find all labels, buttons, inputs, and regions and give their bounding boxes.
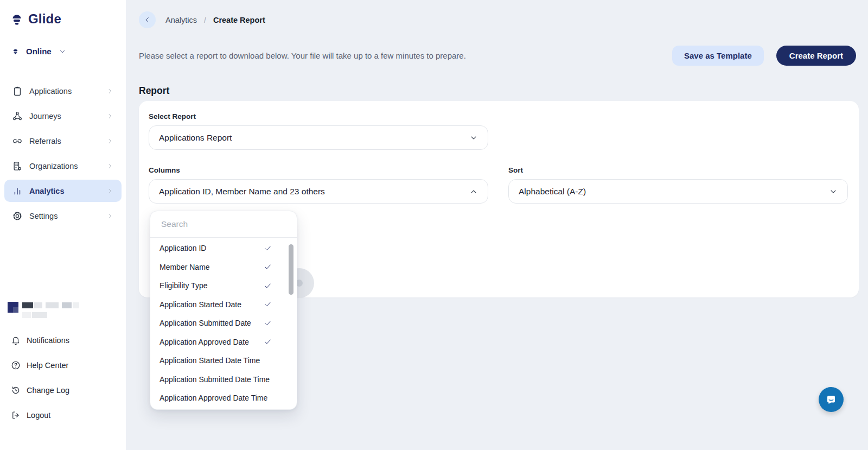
select-report-dropdown[interactable]: Applications Report [149, 125, 488, 150]
sidebar-item-referrals[interactable]: Referrals [4, 130, 122, 152]
sidebar-item-label: Settings [29, 212, 106, 220]
breadcrumb: Analytics / Create Report [139, 11, 265, 28]
glide-bulb-small-icon [12, 48, 19, 55]
sidebar-item-settings[interactable]: Settings [4, 205, 122, 227]
select-report-value: Applications Report [159, 133, 232, 143]
history-icon [11, 385, 21, 395]
footer-item-label: Help Center [27, 361, 68, 370]
breadcrumb-analytics-link[interactable]: Analytics [165, 16, 197, 24]
notifications-button[interactable]: Notifications [11, 334, 119, 347]
sort-value: Alphabetical (A-Z) [519, 187, 586, 197]
search-input[interactable] [161, 219, 286, 229]
create-report-button[interactable]: Create Report [776, 46, 856, 66]
option-eligibility-type[interactable]: Eligibility Type [150, 276, 297, 295]
option-label: Application Started Date Time [159, 356, 260, 365]
option-label: Application ID [159, 244, 206, 252]
sidebar-item-journeys[interactable]: Journeys [4, 105, 122, 127]
columns-dropdown-panel: Application ID Member Name Eligibility T… [150, 211, 297, 410]
glide-logo[interactable]: Glide [10, 11, 61, 27]
page-title: Create Report [213, 16, 265, 24]
option-label: Application Submitted Date Time [159, 375, 270, 384]
main-content: Analytics / Create Report Please select … [126, 0, 868, 450]
sidebar-footer: Notifications Help Center Change Log Log… [11, 334, 119, 434]
help-center-button[interactable]: Help Center [11, 359, 119, 372]
sidebar: Glide Online Applications Journeys Refer… [0, 0, 126, 450]
change-log-button[interactable]: Change Log [11, 384, 119, 397]
option-application-started-date-time[interactable]: Application Started Date Time [150, 351, 297, 370]
option-application-submitted-date[interactable]: Application Submitted Date [150, 314, 297, 333]
chevron-right-icon [106, 212, 114, 220]
footer-item-label: Change Log [27, 386, 69, 395]
bell-icon [11, 335, 21, 345]
logout-icon [11, 410, 21, 420]
dropdown-scrollbar[interactable] [289, 244, 293, 295]
environment-switcher[interactable]: Online [12, 47, 66, 56]
sort-label: Sort [508, 166, 848, 174]
avatar [8, 302, 18, 313]
option-label: Application Submitted Date [159, 319, 251, 327]
user-account-redacted[interactable] [8, 302, 116, 320]
question-circle-icon [11, 360, 21, 370]
chevron-right-icon [106, 87, 114, 95]
check-icon [264, 282, 272, 290]
back-button[interactable] [139, 11, 156, 28]
chevron-right-icon [106, 162, 114, 170]
option-label: Application Approved Date [159, 338, 249, 346]
environment-label: Online [26, 47, 52, 56]
sidebar-item-organizations[interactable]: Organizations [4, 155, 122, 177]
chevron-down-icon [469, 134, 478, 142]
sort-dropdown[interactable]: Alphabetical (A-Z) [508, 179, 848, 204]
link-icon [12, 136, 23, 147]
option-label: Eligibility Type [159, 281, 207, 290]
option-application-approved-date[interactable]: Application Approved Date [150, 333, 297, 352]
columns-value: Application ID, Member Name and 23 other… [159, 187, 325, 197]
chevron-right-icon [106, 112, 114, 120]
page-description: Please select a report to download below… [139, 51, 466, 60]
chevron-right-icon [106, 187, 114, 195]
columns-label: Columns [149, 166, 488, 174]
dropdown-options-list: Application ID Member Name Eligibility T… [150, 238, 297, 408]
sidebar-nav: Applications Journeys Referrals Organiza… [4, 80, 122, 230]
bar-chart-icon [12, 186, 23, 197]
clipboard-icon [12, 86, 23, 97]
chevron-left-icon [143, 16, 151, 24]
dropdown-search [150, 211, 297, 238]
option-application-submitted-date-time[interactable]: Application Submitted Date Time [150, 370, 297, 389]
chevron-down-icon [829, 187, 838, 196]
check-icon [264, 263, 272, 271]
sidebar-item-label: Analytics [29, 187, 106, 195]
footer-item-label: Logout [27, 411, 50, 420]
option-application-id[interactable]: Application ID [150, 239, 297, 258]
header-actions: Save as Template Create Report [672, 46, 856, 66]
option-label: Application Started Date [159, 300, 241, 309]
glide-bulb-icon [10, 12, 24, 26]
columns-dropdown-trigger[interactable]: Application ID, Member Name and 23 other… [149, 179, 488, 204]
sidebar-item-analytics[interactable]: Analytics [4, 180, 122, 202]
check-icon [264, 338, 272, 346]
option-member-name[interactable]: Member Name [150, 258, 297, 277]
check-icon [264, 244, 272, 252]
option-application-approved-date-time[interactable]: Application Approved Date Time [150, 389, 297, 408]
footer-item-label: Notifications [27, 336, 69, 345]
chat-launcher-button[interactable] [819, 387, 844, 412]
journey-nodes-icon [12, 111, 23, 122]
breadcrumb-separator: / [204, 16, 206, 24]
option-label: Member Name [159, 263, 210, 271]
chat-bubble-icon [825, 393, 838, 406]
building-icon [12, 161, 23, 172]
sidebar-item-label: Applications [29, 87, 106, 96]
select-report-label: Select Report [149, 112, 849, 121]
save-as-template-button[interactable]: Save as Template [672, 46, 764, 66]
check-icon [264, 319, 272, 327]
chevron-down-icon [59, 48, 66, 55]
sidebar-item-applications[interactable]: Applications [4, 80, 122, 102]
check-icon [264, 300, 272, 308]
sidebar-item-label: Journeys [29, 112, 106, 121]
gear-icon [12, 211, 23, 221]
logout-button[interactable]: Logout [11, 409, 119, 422]
option-label: Application Approved Date Time [159, 394, 267, 402]
section-title: Report [139, 85, 169, 97]
brand-name: Glide [28, 11, 61, 27]
chevron-up-icon [469, 187, 478, 196]
option-application-started-date[interactable]: Application Started Date [150, 295, 297, 314]
